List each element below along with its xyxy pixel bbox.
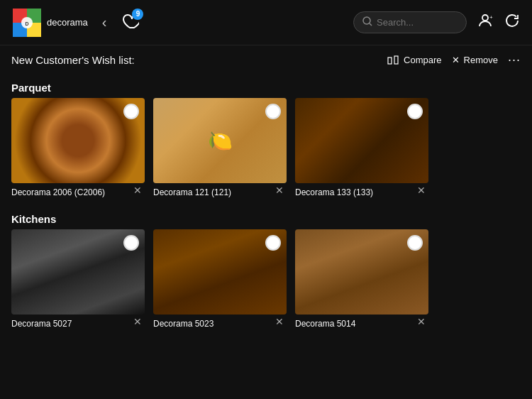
product-image[interactable] [153,229,287,315]
svg-point-7 [363,17,370,24]
product-image[interactable] [295,229,428,315]
back-button[interactable]: ‹ [96,11,113,33]
product-name: Decorama 133 (133) [295,187,428,197]
product-image[interactable] [11,98,145,183]
product-card: Decorama 5023✕ [153,229,287,329]
sections-container: ParquetDecorama 2006 (C2006)✕🍋Decorama 1… [0,75,532,337]
product-grid-0: Decorama 2006 (C2006)✕🍋Decorama 121 (121… [0,98,532,206]
user-icon[interactable]: + [477,12,494,33]
header-left: D decorama ‹ 9 [11,7,139,38]
section-title-1: Kitchens [0,206,532,229]
svg-text:+: + [489,14,493,21]
product-select-circle[interactable] [123,104,139,119]
product-select-circle[interactable] [123,235,139,251]
product-select-circle[interactable] [407,104,423,119]
more-button[interactable]: ··· [508,53,521,67]
product-card: Decorama 133 (133)✕ [295,98,428,197]
logo-icon: D [11,7,43,38]
product-remove-button[interactable]: ✕ [133,316,142,327]
logo-label: decorama [47,17,88,28]
product-select-circle[interactable] [265,235,281,251]
product-select-circle[interactable] [407,235,423,251]
product-name: Decorama 121 (121) [153,187,287,197]
product-name: Decorama 2006 (C2006) [11,187,145,197]
search-input[interactable] [377,17,462,28]
header: D decorama ‹ 9 [0,0,532,45]
product-image[interactable] [11,229,145,315]
product-name: Decorama 5027 [11,319,145,329]
product-name: Decorama 5023 [153,319,287,329]
remove-button[interactable]: ✕ Remove [452,55,498,65]
logo[interactable]: D decorama [11,7,88,38]
product-remove-button[interactable]: ✕ [133,185,142,196]
wishlist-badge: 9 [132,9,143,20]
product-card: Decorama 5027✕ [11,229,145,329]
svg-rect-12 [394,56,398,64]
product-name: Decorama 5014 [295,319,428,329]
product-card: 🍋Decorama 121 (121)✕ [153,98,287,197]
header-right: + [353,11,521,33]
svg-line-8 [370,23,372,26]
product-image[interactable] [295,98,428,183]
search-icon [362,16,372,28]
wishlist-title: New Customer's Wish list: [11,54,135,66]
product-remove-button[interactable]: ✕ [275,316,284,327]
section-title-0: Parquet [0,75,532,98]
subheader: New Customer's Wish list: Compare ✕ Remo… [0,45,532,75]
product-card: Decorama 5014✕ [295,229,428,329]
compare-button[interactable]: Compare [387,55,441,65]
product-remove-button[interactable]: ✕ [417,316,426,327]
rotate-icon[interactable] [504,12,521,33]
product-image[interactable]: 🍋 [153,98,287,183]
product-grid-1: Decorama 5027✕Decorama 5023✕Decorama 501… [0,229,532,337]
product-select-circle[interactable] [265,104,281,119]
svg-point-9 [482,15,488,21]
subheader-actions: Compare ✕ Remove ··· [387,53,521,67]
product-remove-button[interactable]: ✕ [417,185,426,196]
product-remove-button[interactable]: ✕ [275,185,284,196]
svg-rect-11 [388,58,392,64]
product-card: Decorama 2006 (C2006)✕ [11,98,145,197]
wishlist-button[interactable]: 9 [121,13,139,33]
svg-text:D: D [25,21,28,26]
search-bar[interactable] [353,11,467,33]
